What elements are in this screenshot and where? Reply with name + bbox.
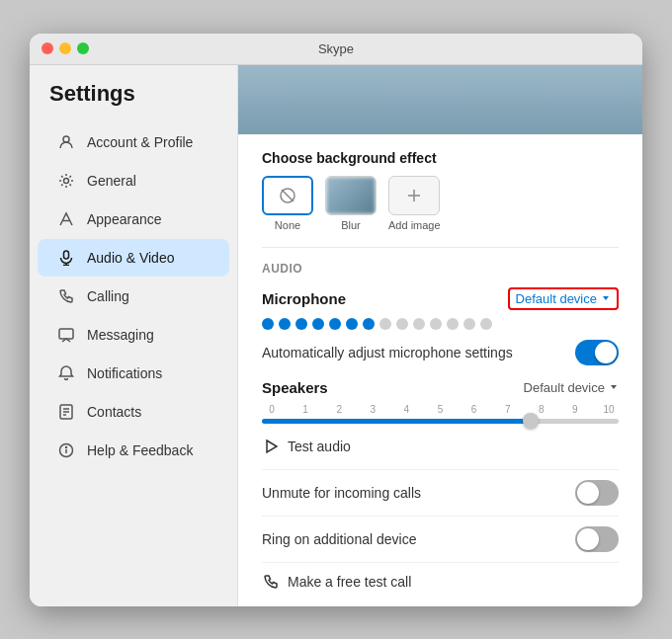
person-icon xyxy=(57,133,75,151)
speakers-label: Speakers xyxy=(262,379,328,396)
play-icon xyxy=(262,438,280,455)
slider-label-8: 8 xyxy=(532,404,551,415)
audio-section: AUDIO Microphone Default device xyxy=(262,262,619,600)
sidebar-item-audio-video[interactable]: Audio & Video xyxy=(38,239,229,277)
mic-dot-10 xyxy=(413,318,425,330)
sidebar-item-notifications-label: Notifications xyxy=(87,365,162,381)
ring-toggle-knob xyxy=(577,528,599,550)
slider-label-4: 4 xyxy=(396,404,416,415)
mic-dot-3 xyxy=(295,318,307,330)
volume-slider[interactable] xyxy=(262,419,619,424)
panel-content: Choose background effect None xyxy=(238,134,642,606)
mic-dot-1 xyxy=(262,318,274,330)
slider-label-6: 6 xyxy=(464,404,484,415)
make-test-call-button[interactable]: Make a free test call xyxy=(262,562,619,600)
minimize-button[interactable] xyxy=(59,42,71,54)
sidebar-item-contacts[interactable]: Contacts xyxy=(38,393,229,431)
bg-option-blur[interactable]: Blur xyxy=(325,176,377,231)
auto-adjust-toggle[interactable] xyxy=(575,340,619,365)
add-image-btn[interactable] xyxy=(388,176,440,215)
sidebar-item-account[interactable]: Account & Profile xyxy=(38,123,229,161)
slider-label-7: 7 xyxy=(498,404,518,415)
info-icon xyxy=(57,441,75,459)
svg-rect-2 xyxy=(64,251,69,259)
main-content: Settings Account & Profile xyxy=(30,65,642,606)
svg-rect-5 xyxy=(59,329,73,339)
ring-toggle[interactable] xyxy=(575,526,619,552)
video-preview xyxy=(238,65,642,134)
mic-dot-6 xyxy=(346,318,358,330)
microphone-device-label: Default device xyxy=(516,291,597,306)
bg-option-add[interactable]: Add image xyxy=(388,176,441,231)
unmute-toggle[interactable] xyxy=(575,480,619,506)
slider-label-0: 0 xyxy=(262,404,282,415)
bg-option-none[interactable]: None xyxy=(262,176,313,231)
none-btn[interactable] xyxy=(262,176,313,215)
speakers-device-selector[interactable]: Default device xyxy=(524,380,619,395)
mic-level xyxy=(262,318,619,330)
mic-dot-12 xyxy=(447,318,459,330)
none-label: None xyxy=(275,219,300,231)
sidebar-item-audio-video-label: Audio & Video xyxy=(87,250,174,266)
slider-thumb xyxy=(523,413,539,429)
slider-label-5: 5 xyxy=(430,404,450,415)
toggle-knob xyxy=(595,342,617,363)
close-button[interactable] xyxy=(42,42,53,54)
microphone-device-selector[interactable]: Default device xyxy=(508,287,619,310)
auto-adjust-row: Automatically adjust microphone settings xyxy=(262,340,619,365)
maximize-button[interactable] xyxy=(77,42,89,54)
speakers-row: Speakers Default device xyxy=(262,379,619,396)
appearance-icon xyxy=(57,210,75,228)
svg-marker-17 xyxy=(267,440,277,452)
mic-dot-4 xyxy=(312,318,324,330)
sidebar-item-help[interactable]: Help & Feedback xyxy=(38,432,229,469)
sidebar-item-appearance[interactable]: Appearance xyxy=(38,200,229,238)
ring-label: Ring on additional device xyxy=(262,531,416,547)
mic-dot-8 xyxy=(379,318,391,330)
auto-adjust-label: Automatically adjust microphone settings xyxy=(262,345,513,360)
speakers-device-label: Default device xyxy=(524,380,605,395)
svg-point-0 xyxy=(63,136,69,142)
mic-dot-14 xyxy=(480,318,492,330)
microphone-label: Microphone xyxy=(262,290,346,307)
microphone-row: Microphone Default device xyxy=(262,287,619,310)
unmute-toggle-knob xyxy=(577,482,599,504)
window-title: Skype xyxy=(318,41,354,56)
add-image-label: Add image xyxy=(388,219,441,231)
sidebar-item-calling-label: Calling xyxy=(87,288,129,304)
gear-icon xyxy=(57,172,75,190)
unmute-label: Unmute for incoming calls xyxy=(262,485,421,501)
bell-icon xyxy=(57,364,75,382)
mic-dot-2 xyxy=(279,318,291,330)
sidebar-item-account-label: Account & Profile xyxy=(87,134,193,150)
traffic-lights xyxy=(42,42,89,54)
blur-btn[interactable] xyxy=(325,176,377,215)
sidebar-item-general[interactable]: General xyxy=(38,162,229,200)
make-call-label: Make a free test call xyxy=(288,574,411,590)
sidebar-item-messaging[interactable]: Messaging xyxy=(38,316,229,354)
titlebar: Skype xyxy=(30,34,642,65)
sidebar-item-messaging-label: Messaging xyxy=(87,327,154,343)
mic-dot-11 xyxy=(430,318,442,330)
sidebar-item-notifications[interactable]: Notifications xyxy=(38,355,229,392)
slider-labels: 0 1 2 3 4 5 6 7 8 9 10 xyxy=(262,404,619,415)
svg-point-12 xyxy=(66,446,67,447)
mic-dot-13 xyxy=(463,318,475,330)
main-panel: Choose background effect None xyxy=(237,65,642,606)
test-audio-button[interactable]: Test audio xyxy=(262,438,619,455)
contacts-icon xyxy=(57,403,75,421)
slider-label-2: 2 xyxy=(329,404,349,415)
bg-effect-options: None Blur xyxy=(262,176,619,231)
unmute-row: Unmute for incoming calls xyxy=(262,469,619,516)
mic-icon xyxy=(57,249,75,267)
sidebar-item-appearance-label: Appearance xyxy=(87,211,162,227)
bg-effect-title: Choose background effect xyxy=(262,150,619,166)
test-audio-label: Test audio xyxy=(288,439,351,454)
audio-section-label: AUDIO xyxy=(262,262,619,276)
sidebar-heading: Settings xyxy=(30,81,237,122)
bg-effect-section: Choose background effect None xyxy=(262,150,619,231)
sidebar-item-calling[interactable]: Calling xyxy=(38,278,229,315)
svg-point-1 xyxy=(64,178,69,183)
sidebar-item-general-label: General xyxy=(87,173,136,189)
mic-dot-9 xyxy=(396,318,408,330)
